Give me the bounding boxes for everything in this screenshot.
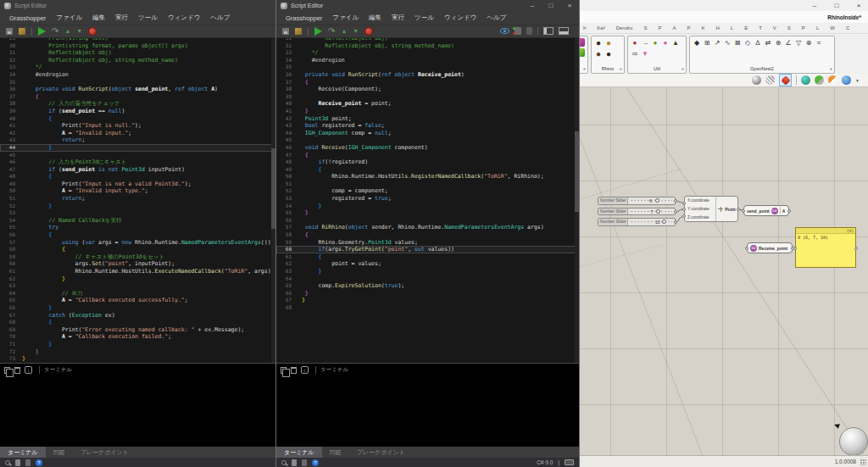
category-tab[interactable]: h bbox=[583, 25, 586, 31]
code-line[interactable]: 43 bool registered = false; bbox=[276, 122, 579, 130]
category-tab[interactable]: P bbox=[802, 25, 805, 31]
group-expand-icon[interactable]: + bbox=[830, 64, 832, 73]
category-tab[interactable]: S bbox=[787, 25, 791, 31]
category-tab[interactable]: H bbox=[715, 25, 719, 31]
code-line[interactable]: 73} bbox=[0, 355, 275, 363]
group-expand-icon[interactable]: + bbox=[583, 64, 586, 73]
opennest-icon[interactable]: ≈ bbox=[814, 37, 824, 48]
menu-item[interactable]: 編集 bbox=[88, 14, 109, 22]
opennest-icon[interactable]: ∿ bbox=[722, 37, 732, 48]
code-line[interactable]: 44 IGH_Component comp = null; bbox=[276, 130, 579, 137]
code-line[interactable]: 34 #endregion bbox=[276, 57, 579, 64]
clear-icon[interactable] bbox=[291, 367, 297, 374]
help-icon[interactable] bbox=[312, 459, 319, 466]
rhino-coin-icon[interactable]: ● bbox=[593, 48, 604, 59]
code-line[interactable]: 61 { bbox=[276, 253, 579, 261]
code-line[interactable]: 69 Print("Error executing named callback… bbox=[0, 326, 275, 334]
orange-sphere-icon[interactable] bbox=[828, 75, 837, 85]
code-line[interactable]: 47 { bbox=[276, 152, 579, 159]
output-nub[interactable] bbox=[854, 247, 858, 250]
tab-terminal[interactable]: ターミナル bbox=[0, 447, 46, 458]
code-line[interactable]: 63 bbox=[0, 282, 275, 290]
menu-item[interactable]: Grasshopper bbox=[5, 14, 50, 22]
tab-problems[interactable]: 問題 bbox=[46, 447, 73, 458]
search-icon[interactable] bbox=[281, 460, 287, 465]
send-point-component[interactable]: send_point C# A bbox=[743, 205, 789, 216]
output-nub[interactable] bbox=[787, 209, 791, 213]
opennest-icon[interactable]: ⊠ bbox=[732, 37, 743, 48]
group-expand-icon[interactable]: + bbox=[620, 64, 622, 73]
panel-toggle-icon[interactable] bbox=[526, 27, 532, 35]
tab-breakpoints[interactable]: ブレークポイント bbox=[73, 447, 136, 458]
opennest-icon[interactable]: ⊞ bbox=[702, 37, 712, 48]
code-line[interactable]: 59 Rhino.Geometry.Point3d values; bbox=[276, 239, 579, 247]
category-tab[interactable]: L bbox=[731, 25, 733, 31]
step-in-icon[interactable] bbox=[76, 28, 82, 35]
layout-bottom-icon[interactable] bbox=[559, 27, 569, 35]
step-in-icon[interactable] bbox=[353, 28, 359, 35]
opennest-icon[interactable]: ◆ bbox=[692, 37, 702, 48]
rhino-hatch-icon[interactable]: ● bbox=[604, 37, 614, 48]
search-icon[interactable] bbox=[5, 460, 10, 465]
number-slider-2[interactable]: Number Slider 7 bbox=[598, 208, 676, 216]
step-out-icon[interactable] bbox=[341, 28, 347, 35]
teal-sphere-icon[interactable] bbox=[801, 75, 810, 85]
menu-item[interactable]: 編集 bbox=[364, 14, 386, 22]
close-icon[interactable]: × bbox=[565, 2, 574, 9]
code-line[interactable]: 37 { bbox=[276, 79, 579, 86]
menu-item[interactable]: ファイル bbox=[52, 14, 86, 22]
output-nub[interactable] bbox=[674, 220, 677, 224]
category-tab[interactable]: T bbox=[759, 25, 762, 31]
code-line[interactable]: 56 bbox=[276, 217, 579, 225]
stop-icon[interactable] bbox=[364, 27, 373, 36]
code-line[interactable]: 50 A = "Invalid input type."; bbox=[0, 187, 275, 195]
opennest-icon[interactable]: ⇄ bbox=[763, 37, 773, 48]
input-nub-z[interactable] bbox=[682, 214, 686, 218]
rhino-sphere-icon[interactable]: ● bbox=[593, 37, 604, 48]
code-line[interactable]: 66 } bbox=[0, 304, 275, 312]
menu-item[interactable]: ヘルプ bbox=[482, 14, 510, 22]
save-icon[interactable] bbox=[282, 28, 289, 35]
construct-point-component[interactable]: X coordinate Y coordinate Z coordinate P… bbox=[684, 196, 738, 222]
title-bar[interactable]: Script Editor bbox=[0, 0, 275, 11]
terminal-panel[interactable]: ターミナル bbox=[276, 363, 579, 447]
hops-icon[interactable]: ● bbox=[650, 37, 660, 48]
maximize-icon[interactable]: □ bbox=[832, 2, 841, 9]
code-line[interactable]: 66 } bbox=[276, 290, 579, 297]
code-line[interactable]: 70 A = "Callback execution failed."; bbox=[0, 333, 275, 341]
slider-track[interactable]: 7 bbox=[628, 208, 675, 215]
menu-item[interactable]: ツール bbox=[410, 14, 438, 22]
code-line[interactable]: 36 private void RunScript(object send_po… bbox=[0, 86, 275, 93]
help-icon[interactable] bbox=[36, 459, 42, 466]
input-nub[interactable] bbox=[793, 247, 797, 250]
terminal-panel[interactable]: ターミナル bbox=[0, 363, 275, 447]
chevron-down-icon[interactable]: ▼ bbox=[855, 78, 860, 83]
code-line[interactable]: 61 Rhino.Runtime.HostUtils.ExecuteNamedC… bbox=[0, 268, 275, 275]
scroll-lock-icon[interactable] bbox=[25, 366, 32, 374]
output-nub[interactable] bbox=[674, 199, 677, 203]
code-line[interactable]: 64 // 出力 bbox=[0, 290, 275, 297]
restart-icon[interactable] bbox=[328, 27, 335, 36]
package-icon[interactable] bbox=[295, 28, 302, 35]
code-line[interactable]: 30 Print(string format, params object[] … bbox=[0, 42, 275, 50]
resize-grip[interactable] bbox=[860, 459, 866, 465]
category-tab[interactable]: P bbox=[658, 25, 661, 31]
code-line[interactable]: 38 // 入力の妥当性をチェック bbox=[0, 100, 275, 108]
run-icon[interactable] bbox=[38, 27, 46, 36]
category-tab[interactable]: V bbox=[773, 25, 776, 31]
code-line[interactable]: 46 void Receive(IGH_Component component) bbox=[276, 144, 579, 152]
code-line[interactable]: 52 comp = component; bbox=[276, 187, 579, 195]
stop-icon[interactable] bbox=[88, 27, 97, 36]
minimize-icon[interactable]: – bbox=[810, 2, 819, 9]
code-line[interactable]: 68 { bbox=[0, 319, 275, 326]
code-line[interactable]: 57 using (var args = new Rhino.Runtime.N… bbox=[0, 239, 275, 247]
code-line[interactable]: 57 void RiRhino(object sender, Rhino.Run… bbox=[276, 224, 579, 231]
panel-component[interactable]: {0} 0 (6, 7, 10) bbox=[795, 227, 856, 268]
copy-icon[interactable] bbox=[4, 367, 10, 374]
code-line[interactable]: 35 bbox=[0, 79, 275, 86]
code-line[interactable]: 60 if(args.TryGetPoint("point", out valu… bbox=[276, 246, 579, 253]
restart-icon[interactable] bbox=[52, 27, 58, 36]
preview-eye-icon[interactable] bbox=[500, 28, 509, 34]
code-line[interactable]: 52 } bbox=[0, 203, 275, 210]
minimize-icon[interactable]: – bbox=[528, 2, 537, 9]
